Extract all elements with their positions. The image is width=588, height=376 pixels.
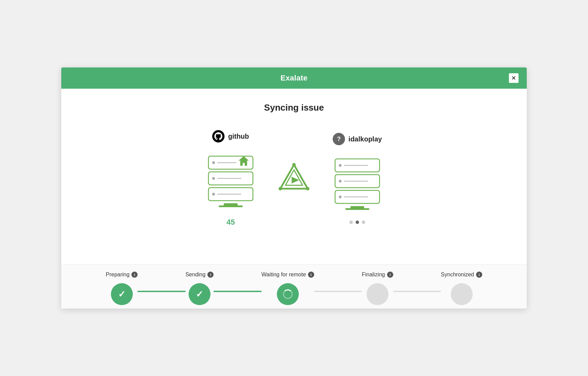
step-synchronized-label: Synchronized (441, 272, 474, 278)
step-preparing-label-row: Preparing i (106, 272, 138, 278)
modal-title: Exalate (280, 74, 307, 83)
svg-rect-1 (224, 203, 238, 205)
modal: Exalate × Syncing issue github (61, 67, 527, 309)
svg-rect-21 (345, 208, 369, 210)
step-synchronized: Synchronized i (441, 272, 482, 305)
dot-2 (356, 221, 359, 224)
right-server-label: ? idalkoplay (333, 133, 382, 145)
connector-4 (393, 291, 441, 292)
connector-3 (314, 291, 362, 292)
step-sending-label: Sending (186, 272, 206, 278)
step-finalizing-label: Finalizing (362, 272, 385, 278)
step-finalizing-label-row: Finalizing i (362, 272, 393, 278)
step-finalizing: Finalizing i (362, 272, 393, 305)
svg-point-9 (212, 177, 215, 180)
left-server-block: github (203, 130, 258, 227)
step-sending-circle: ✓ (189, 283, 210, 305)
modal-body: Syncing issue github (61, 89, 527, 264)
right-server-name: idalkoplay (348, 135, 382, 143)
svg-point-17 (292, 163, 296, 166)
svg-point-26 (339, 180, 342, 183)
svg-point-4 (212, 161, 215, 164)
step-sending-check: ✓ (196, 289, 203, 300)
svg-rect-2 (219, 205, 243, 207)
step-waiting-label: Waiting for remote (261, 272, 306, 278)
steps-row: Preparing i ✓ Sending i ✓ (106, 272, 482, 305)
svg-rect-20 (350, 206, 364, 208)
step-preparing-info-icon[interactable]: i (131, 272, 138, 278)
svg-point-18 (306, 187, 309, 190)
step-preparing: Preparing i ✓ (106, 272, 138, 305)
servers-section: github (82, 130, 506, 227)
step-finalizing-info-icon[interactable]: i (387, 272, 393, 278)
close-button[interactable]: × (509, 73, 519, 83)
step-preparing-check: ✓ (118, 289, 126, 300)
modal-header: Exalate × (61, 67, 527, 89)
connector-2 (214, 291, 261, 292)
step-sending-info-icon[interactable]: i (207, 272, 214, 278)
step-waiting-info-icon[interactable]: i (308, 272, 314, 278)
exalate-logo (279, 163, 309, 194)
left-server-name: github (228, 133, 249, 140)
step-preparing-label: Preparing (106, 272, 129, 278)
svg-point-19 (279, 187, 282, 190)
svg-point-29 (339, 196, 342, 198)
step-synchronized-circle (451, 283, 473, 305)
step-waiting-circle (277, 283, 299, 305)
step-waiting-spinner (283, 289, 293, 299)
left-server-label: github (212, 130, 249, 142)
svg-point-12 (212, 193, 215, 196)
step-waiting-label-row: Waiting for remote i (261, 272, 314, 278)
left-server-illustration (203, 149, 258, 212)
dot-1 (349, 221, 353, 224)
svg-point-23 (339, 164, 342, 167)
page-title: Syncing issue (82, 102, 506, 113)
svg-marker-15 (285, 170, 303, 185)
step-finalizing-circle (367, 283, 388, 305)
step-sending-label-row: Sending i (186, 272, 214, 278)
step-waiting: Waiting for remote i (261, 272, 314, 305)
step-synchronized-label-row: Synchronized i (441, 272, 482, 278)
svg-point-0 (212, 130, 225, 142)
github-icon (212, 130, 225, 142)
progress-section: Preparing i ✓ Sending i ✓ (61, 264, 527, 309)
question-icon: ? (333, 133, 345, 145)
step-sending: Sending i ✓ (186, 272, 214, 305)
step-preparing-circle: ✓ (111, 283, 133, 305)
step-synchronized-info-icon[interactable]: i (476, 272, 482, 278)
pagination-dots (349, 221, 365, 224)
right-server-illustration (330, 152, 385, 215)
dot-3 (362, 221, 365, 224)
right-server-block: ? idalkoplay (330, 133, 385, 224)
left-server-count: 45 (227, 218, 235, 227)
connector-1 (138, 291, 185, 292)
